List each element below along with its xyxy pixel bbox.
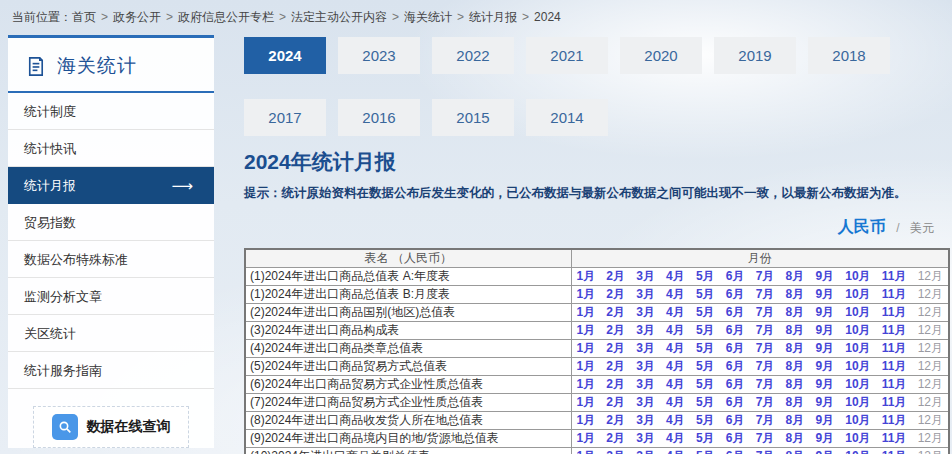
- month-link[interactable]: 9月: [815, 268, 834, 285]
- month-link[interactable]: 6月: [726, 304, 745, 321]
- month-link[interactable]: 6月: [726, 376, 745, 393]
- month-link[interactable]: 11月: [882, 358, 907, 375]
- sidebar-item-监测分析文章[interactable]: 监测分析文章: [8, 278, 214, 315]
- month-link[interactable]: 4月: [666, 268, 685, 285]
- month-link[interactable]: 6月: [726, 448, 745, 454]
- year-tab-2022[interactable]: 2022: [432, 37, 514, 74]
- year-tab-2020[interactable]: 2020: [620, 37, 702, 74]
- month-link[interactable]: 7月: [756, 430, 775, 447]
- sidebar-item-统计服务指南[interactable]: 统计服务指南: [8, 352, 214, 389]
- month-link[interactable]: 2月: [606, 358, 625, 375]
- month-link[interactable]: 4月: [666, 430, 685, 447]
- currency-cny[interactable]: 人民币: [838, 218, 886, 235]
- year-tab-2023[interactable]: 2023: [338, 37, 420, 74]
- month-link[interactable]: 11月: [882, 448, 907, 454]
- month-link[interactable]: 5月: [696, 394, 715, 411]
- year-tab-2019[interactable]: 2019: [714, 37, 796, 74]
- breadcrumb-item[interactable]: 海关统计: [404, 10, 452, 24]
- month-link[interactable]: 5月: [696, 412, 715, 429]
- sidebar-item-关区统计[interactable]: 关区统计: [8, 315, 214, 352]
- month-link[interactable]: 8月: [786, 448, 805, 454]
- month-link[interactable]: 2月: [606, 430, 625, 447]
- table-name-cell[interactable]: (9)2024年进出口商品境内目的地/货源地总值表: [245, 430, 571, 448]
- month-link[interactable]: 11月: [882, 304, 907, 321]
- month-link[interactable]: 10月: [845, 304, 870, 321]
- month-link[interactable]: 11月: [882, 376, 907, 393]
- month-link[interactable]: 5月: [696, 286, 715, 303]
- month-link[interactable]: 4月: [666, 286, 685, 303]
- month-link[interactable]: 5月: [696, 376, 715, 393]
- month-link[interactable]: 2月: [606, 394, 625, 411]
- year-tab-2024[interactable]: 2024: [244, 37, 326, 74]
- month-link[interactable]: 4月: [666, 358, 685, 375]
- month-link[interactable]: 9月: [815, 340, 834, 357]
- month-link[interactable]: 7月: [756, 394, 775, 411]
- month-link[interactable]: 7月: [756, 268, 775, 285]
- table-name-cell[interactable]: (5)2024年进出口商品贸易方式总值表: [245, 358, 571, 376]
- month-link[interactable]: 4月: [666, 412, 685, 429]
- table-name-cell[interactable]: (1)2024年进出口商品总值表 B:月度表: [245, 286, 571, 304]
- month-link[interactable]: 9月: [815, 394, 834, 411]
- month-link[interactable]: 3月: [636, 358, 655, 375]
- table-name-cell[interactable]: (10)2024年进出口商品关别总值表: [245, 448, 571, 454]
- month-link[interactable]: 10月: [845, 268, 870, 285]
- month-link[interactable]: 4月: [666, 448, 685, 454]
- sidebar-item-统计快讯[interactable]: 统计快讯: [8, 130, 214, 167]
- month-link[interactable]: 2月: [606, 268, 625, 285]
- month-link[interactable]: 10月: [845, 286, 870, 303]
- month-link[interactable]: 3月: [636, 340, 655, 357]
- month-link[interactable]: 4月: [666, 376, 685, 393]
- table-name-cell[interactable]: (7)2024年进口商品贸易方式企业性质总值表: [245, 394, 571, 412]
- month-link[interactable]: 1月: [577, 448, 596, 454]
- data-query-button[interactable]: 数据在线查询: [33, 406, 189, 448]
- sidebar-item-统计制度[interactable]: 统计制度: [8, 93, 214, 130]
- month-link[interactable]: 7月: [756, 448, 775, 454]
- month-link[interactable]: 5月: [696, 322, 715, 339]
- month-link[interactable]: 5月: [696, 268, 715, 285]
- month-link[interactable]: 4月: [666, 394, 685, 411]
- month-link[interactable]: 9月: [815, 358, 834, 375]
- month-link[interactable]: 11月: [882, 430, 907, 447]
- month-link[interactable]: 9月: [815, 286, 834, 303]
- month-link[interactable]: 1月: [577, 268, 596, 285]
- month-link[interactable]: 4月: [666, 322, 685, 339]
- month-link[interactable]: 3月: [636, 394, 655, 411]
- month-link[interactable]: 10月: [845, 412, 870, 429]
- month-link[interactable]: 6月: [726, 394, 745, 411]
- month-link[interactable]: 10月: [845, 430, 870, 447]
- month-link[interactable]: 3月: [636, 322, 655, 339]
- month-link[interactable]: 2月: [606, 376, 625, 393]
- table-name-cell[interactable]: (1)2024年进出口商品总值表 A:年度表: [245, 268, 571, 286]
- month-link[interactable]: 10月: [845, 322, 870, 339]
- month-link[interactable]: 11月: [882, 394, 907, 411]
- month-link[interactable]: 11月: [882, 268, 907, 285]
- month-link[interactable]: 7月: [756, 412, 775, 429]
- month-link[interactable]: 11月: [882, 412, 907, 429]
- month-link[interactable]: 1月: [577, 394, 596, 411]
- month-link[interactable]: 5月: [696, 304, 715, 321]
- month-link[interactable]: 2月: [606, 304, 625, 321]
- month-link[interactable]: 3月: [636, 412, 655, 429]
- month-link[interactable]: 6月: [726, 286, 745, 303]
- month-link[interactable]: 1月: [577, 340, 596, 357]
- month-link[interactable]: 1月: [577, 412, 596, 429]
- month-link[interactable]: 4月: [666, 340, 685, 357]
- table-name-cell[interactable]: (8)2024年进出口商品收发货人所在地总值表: [245, 412, 571, 430]
- month-link[interactable]: 5月: [696, 430, 715, 447]
- month-link[interactable]: 7月: [756, 340, 775, 357]
- month-link[interactable]: 11月: [882, 322, 907, 339]
- month-link[interactable]: 6月: [726, 430, 745, 447]
- month-link[interactable]: 3月: [636, 304, 655, 321]
- month-link[interactable]: 2月: [606, 412, 625, 429]
- month-link[interactable]: 8月: [786, 340, 805, 357]
- month-link[interactable]: 6月: [726, 412, 745, 429]
- month-link[interactable]: 8月: [786, 358, 805, 375]
- month-link[interactable]: 10月: [845, 448, 870, 454]
- month-link[interactable]: 8月: [786, 286, 805, 303]
- month-link[interactable]: 5月: [696, 448, 715, 454]
- month-link[interactable]: 10月: [845, 376, 870, 393]
- month-link[interactable]: 6月: [726, 358, 745, 375]
- year-tab-2018[interactable]: 2018: [808, 37, 890, 74]
- month-link[interactable]: 5月: [696, 340, 715, 357]
- month-link[interactable]: 11月: [882, 340, 907, 357]
